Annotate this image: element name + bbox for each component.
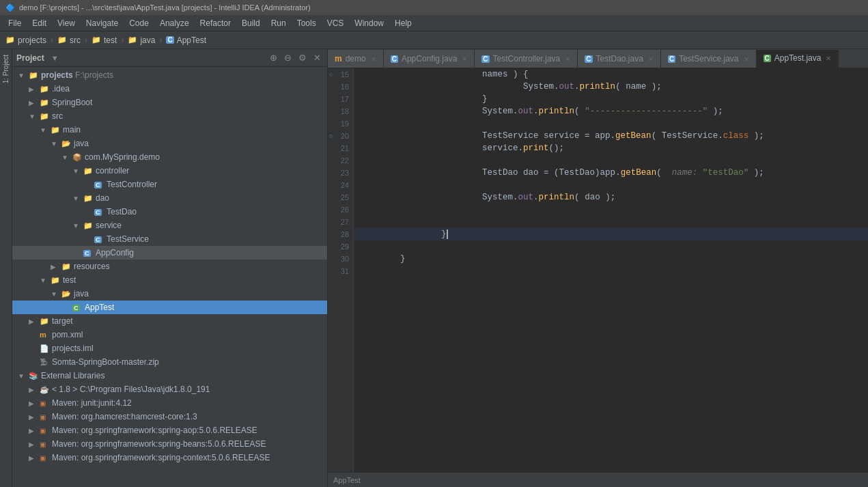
tree-item-controller[interactable]: ▼ 📁 controller [12,164,327,178]
breadcrumb-projects[interactable]: projects [18,36,46,45]
tree-item-maven-hamcrest[interactable]: ▶ ▣ Maven: org.hamcrest:hamcrest-core:1.… [12,410,327,423]
menu-build[interactable]: Build [236,17,266,29]
menu-file[interactable]: File [3,17,27,29]
expand-arrow[interactable]: ▼ [51,290,61,298]
line-number-gutter: 15 16 17 18 19 20 21 22 23 24 25 26 27 2… [328,68,354,472]
editor-content-area[interactable]: 15 16 17 18 19 20 21 22 23 24 25 26 27 2… [328,68,868,472]
breadcrumb: 📁 projects › 📁 src › 📁 test › 📁 java › C… [0,31,868,49]
breadcrumb-java[interactable]: java [140,36,155,45]
tree-item-java-test[interactable]: ▼ 📂 java [12,287,327,301]
tree-item-idea[interactable]: ▶ 📁 .idea [12,82,327,96]
expand-arrow[interactable]: ▶ [29,441,40,448]
tab-appconfig[interactable]: C AppConfig.java ✕ [384,50,475,68]
tree-item-testcontroller[interactable]: ▶ C TestController [12,178,327,191]
expand-arrow[interactable]: ▼ [18,372,29,380]
tab-appconfig-close[interactable]: ✕ [462,55,467,63]
tree-item-springboot[interactable]: ▶ 📁 SpringBoot [12,96,327,109]
tree-item-main[interactable]: ▼ 📁 main [12,123,327,137]
tree-item-pom[interactable]: ▶ m pom.xml [12,328,327,342]
tab-testcontroller-close[interactable]: ✕ [565,55,570,63]
tree-item-maven-context[interactable]: ▶ ▣ Maven: org.springframework:spring-co… [12,451,327,464]
tab-testservice-close[interactable]: ✕ [744,55,749,63]
breadcrumb-apptest[interactable]: AppTest [177,36,206,45]
expand-arrow[interactable]: ▼ [40,277,51,284]
expand-arrow[interactable]: ▼ [40,126,51,134]
expand-arrow[interactable]: ▶ [29,427,40,434]
tree-item-resources[interactable]: ▶ 📁 resources [12,260,327,273]
tree-item-maven-beans[interactable]: ▶ ▣ Maven: org.springframework:spring-be… [12,437,327,451]
expand-arrow[interactable]: ▶ [29,413,40,421]
tab-testservice[interactable]: C TestService.java ✕ [661,50,757,68]
tree-item-maven-aop[interactable]: ▶ ▣ Maven: org.springframework:spring-ao… [12,423,327,437]
expand-arrow[interactable]: ▼ [72,222,83,229]
tab-testdao[interactable]: C TestDao.java ✕ [578,50,661,68]
tree-item-apptest[interactable]: ▶ C AppTest [12,301,327,314]
tree-item-zip[interactable]: ▶ 🗜 Somta-SpringBoot-master.zip [12,355,327,369]
panel-dropdown-icon[interactable]: ▼ [51,54,59,62]
tree-item-com-myspring[interactable]: ▼ 📦 com.MySpring.demo [12,150,327,164]
editor-panel: m demo ✕ C AppConfig.java ✕ C TestContro… [328,49,868,487]
tab-apptest[interactable]: C AppTest.java ✕ [757,50,839,68]
code-editor[interactable]: names ) { System.out.println( name ); } [354,68,868,472]
tree-item-service[interactable]: ▼ 📁 service [12,219,327,232]
expand-arrow[interactable]: ▶ [29,386,40,393]
tree-item-ext-libs[interactable]: ▼ 📚 External Libraries [12,369,327,382]
breadcrumb-test[interactable]: test [104,36,117,45]
expand-arrow[interactable]: ▼ [29,113,40,120]
tree-item-java-src[interactable]: ▼ 📂 java [12,137,327,150]
tab-testdao-close[interactable]: ✕ [648,55,654,63]
settings-btn[interactable]: ⚙ [296,52,309,64]
menu-vcs[interactable]: VCS [322,17,350,29]
tab-demo-close[interactable]: ✕ [371,55,376,63]
tab-testcontroller[interactable]: C TestController.java ✕ [475,50,578,68]
tree-item-src[interactable]: ▼ 📁 src [12,109,327,123]
expand-arrow[interactable]: ▶ [29,454,40,462]
expand-arrow[interactable]: ▶ [29,99,40,107]
tree-item-jdk[interactable]: ▶ ☕ < 1.8 > C:\Program Files\Java\jdk1.8… [12,382,327,396]
expand-arrow[interactable]: ▶ [51,263,61,270]
gutter-21: 21 [328,142,353,154]
expand-arrow[interactable]: ▼ [72,195,83,202]
locate-file-btn[interactable]: ⊕ [268,52,279,64]
tab-testcontroller-icon: C [481,54,489,64]
tree-item-projects[interactable]: ▼ 📁 projects F:\projects [12,68,327,82]
expand-arrow[interactable]: ▶ [29,85,40,93]
tab-apptest-icon: C [764,53,771,63]
tree-item-iml[interactable]: ▶ 📄 projects.iml [12,342,327,355]
menu-help[interactable]: Help [389,17,417,29]
menu-refactor[interactable]: Refactor [195,17,236,29]
breadcrumb-src[interactable]: src [70,36,81,45]
tab-demo-label: demo [346,54,366,64]
menu-view[interactable]: View [52,17,81,29]
menu-code[interactable]: Code [124,17,154,29]
tree-item-appconfig[interactable]: ▶ C AppConfig [12,246,327,260]
expand-arrow[interactable]: ▼ [61,154,72,161]
tree-item-testdao[interactable]: ▶ C TestDao [12,205,327,219]
tab-apptest-close[interactable]: ✕ [826,55,831,62]
expand-arrow[interactable]: ▶ [29,318,40,325]
hide-btn[interactable]: ✕ [311,52,323,64]
menu-run[interactable]: Run [266,17,292,29]
menu-window[interactable]: Window [349,17,389,29]
expand-arrow[interactable]: ▼ [51,140,61,148]
menu-edit[interactable]: Edit [27,17,52,29]
folder-icon: 📁 [40,317,51,326]
tree-item-dao[interactable]: ▼ 📁 dao [12,191,327,205]
expand-arrow[interactable]: ▶ [29,400,40,407]
collapse-all-btn[interactable]: ⊖ [282,52,294,64]
tree-item-target[interactable]: ▶ 📁 target [12,314,327,328]
menu-tools[interactable]: Tools [292,17,322,29]
menu-analyze[interactable]: Analyze [154,17,195,29]
tab-demo[interactable]: m demo ✕ [328,50,384,68]
expand-arrow[interactable]: ▼ [72,167,83,175]
menu-navigate[interactable]: Navigate [81,17,124,29]
folder-icon: 📁 [40,98,51,107]
tree-item-test[interactable]: ▼ 📁 test [12,273,327,287]
code-line-23: TestDao dao = (TestDao)app.getBean( name… [354,167,868,179]
expand-arrow[interactable]: ▼ [18,72,29,79]
ext-libs-icon: 📚 [29,372,40,380]
vtab-project[interactable]: 1: Project [1,52,11,86]
tree-item-testservice[interactable]: ▶ C TestService [12,232,327,246]
tree-item-maven-junit[interactable]: ▶ ▣ Maven: junit:junit:4.12 [12,396,327,410]
class-test-icon: C [72,303,83,311]
